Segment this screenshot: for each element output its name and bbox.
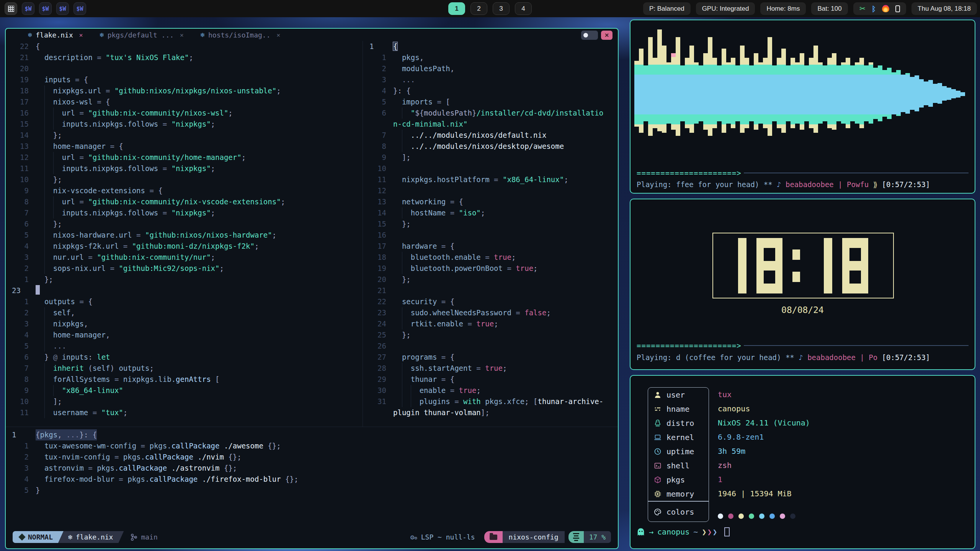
hname-icon [653,405,662,413]
indent-guide [402,385,402,396]
neovim-window[interactable]: ❄flake.nix✕❄pkgs/default ...✕❄hosts/isoI… [5,28,619,549]
code-text: ../../modules/nixos/desktop/awesome [393,141,564,152]
code-line: 12 url = "github:nix-community/home-mana… [6,152,363,163]
tab-pkgs-default-[interactable]: ❄pkgs/default ...✕ [100,31,183,39]
color-dot [718,514,723,519]
workspace-app-button[interactable]: $W [39,2,52,15]
dollar-w-icon: $W [42,5,49,12]
color-dot [759,514,764,519]
visualizer-bar [850,65,855,121]
buffer-tabline: ❄flake.nix✕❄pkgs/default ...✕❄hosts/isoI… [6,29,618,41]
window-toggle-button[interactable] [581,31,598,40]
launcher-grid-button[interactable] [5,2,17,15]
code-text: nixos-hardware.url = "github:nixos/nixos… [36,230,276,241]
code-line: 20 [6,63,363,74]
code-line: 18 bluetooth.enable = true; [363,252,618,263]
visualizer-bar [634,61,639,127]
pkgs-default-pane[interactable]: 1{pkgs, ...}: {1 tux-awesome-wm-config =… [6,429,618,500]
indent-guide [53,207,54,218]
code-text: {pkgs, ...}: { [36,429,97,440]
window-close-button[interactable]: ✕ [601,31,612,40]
line-number: 16 [363,230,393,241]
visualizer-bar [763,58,768,128]
tag-button-3[interactable]: 3 [493,2,510,15]
iso-image-pane[interactable]: 1{1 pkgs,2 modulesPath,3 ...4}: {5 impor… [363,41,618,427]
code-text: nur.url = "github:nix-community/nur"; [36,252,215,263]
visualizer-bar [947,88,951,100]
visualizer-bar [873,68,878,119]
tag-button-4[interactable]: 4 [515,2,532,15]
code-text: ... [393,74,415,85]
indent-guide [411,396,411,407]
visualizer-bar [731,58,735,128]
tab-close-icon[interactable]: ✕ [79,31,83,39]
visualizer-bar [717,65,722,121]
code-line: 4}: { [363,85,618,96]
code-text: self, [36,307,75,318]
tag-button-2[interactable]: 2 [470,2,487,15]
visualizer-bar [726,62,731,124]
pane-divider-horizontal [6,427,618,427]
code-text: ]; [393,152,411,163]
line-number: 16 [6,108,36,119]
workspace-app-button[interactable]: $W [74,2,86,15]
workspace-app-button[interactable]: $W [56,2,69,15]
indent-guide [53,196,54,207]
code-line: 9 ]; [363,152,618,163]
line-number: 1 [6,274,36,285]
visualizer-bar [694,62,699,124]
code-line: 23 sudo.wheelNeedsPassword = false; [363,307,618,318]
status-pill: Home: 8ms [760,2,806,15]
color-dot [780,514,785,519]
code-line: 2 tux-nvim-config = pkgs.callPackage ./n… [6,452,618,463]
palette-icon [653,508,662,516]
line-number [363,407,393,418]
indent-guide [44,363,45,374]
tab-flake-nix[interactable]: ❄flake.nix✕ [28,31,83,39]
code-line: n-cd-minimal.nix" [363,119,618,130]
code-text: }; [36,218,62,230]
prompt-chevrons: ❯❯❯ [702,527,718,536]
prompt-path: ~ [693,527,698,536]
visualizer-bar [703,53,708,130]
indent-guide [44,119,45,130]
code-text: inputs = { [36,74,88,85]
line-number: 6 [6,352,36,363]
tag-button-1[interactable]: 1 [448,2,465,15]
tab-hosts-isoImag-[interactable]: ❄hosts/isoImag..✕ [201,31,280,39]
code-text: imports = [ [393,96,450,108]
visualizer-bar [804,65,809,121]
clock-panel: 08/08/24 =====================> Playing:… [630,199,975,370]
system-tray[interactable]: ✂ ᛒ [853,2,906,15]
visualizer-bar [882,70,887,117]
code-line: 13 networking = { [363,196,618,207]
code-text: home-manager, [36,329,110,341]
visualizer-bar [919,79,924,108]
flake-nix-pane[interactable]: 22{21 description = "tux's NixOS Flake";… [6,41,363,427]
tab-label: pkgs/default ... [108,31,174,39]
tab-close-icon[interactable]: ✕ [180,31,184,39]
line-number: 9 [6,385,36,396]
visualizer-bar [818,62,823,124]
fetch-terminal-panel[interactable]: userhnamedistrokerneluptimeshellpkgsmemo… [630,375,975,549]
indent-guide [44,218,45,230]
line-number: 17 [6,96,36,108]
clock-digit-8 [756,238,782,293]
indent-guide [44,141,45,152]
tab-close-icon[interactable]: ✕ [277,31,281,39]
workspace-app-button[interactable]: $W [22,2,34,15]
visualizer-bar [841,62,846,124]
visualizer-bar [657,29,662,131]
line-number: 1 [6,296,36,307]
code-text: username = "tux"; [36,407,127,418]
code-text: sudo.wheelNeedsPassword = false; [393,307,551,318]
shell-prompt[interactable]: → canopus ~ ❯❯❯ [637,527,730,536]
code-text: firefox-mod-blur = pkgs.callPackage ./fi… [36,474,298,485]
code-line: 17 hardware = { [363,241,618,252]
code-line: 9 nix-vscode-extensions = { [6,185,363,196]
visualizer-bar [951,89,956,98]
fire-icon [882,5,889,12]
visualizer-bar [653,58,657,128]
clock-digit-1 [824,238,832,293]
code-line: 16 [363,230,618,241]
